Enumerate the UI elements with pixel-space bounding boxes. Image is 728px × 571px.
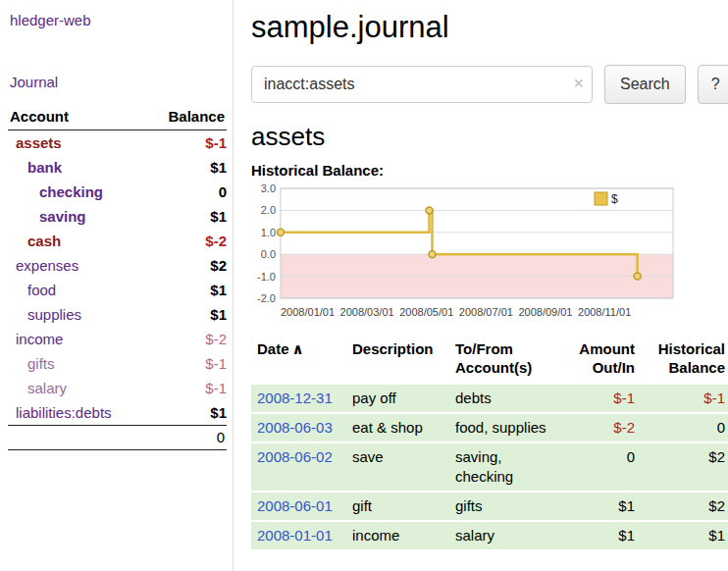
svg-text:2008/01/01: 2008/01/01 — [281, 306, 335, 318]
balance-cell: $-1 — [641, 385, 728, 412]
svg-text:-1.0: -1.0 — [257, 271, 276, 283]
table-row: 2008-01-01incomesalary$1$1 — [251, 522, 728, 549]
account-balance: $-2 — [146, 327, 227, 351]
account-link[interactable]: supplies — [8, 305, 81, 324]
accounts-cell: saving, checking — [449, 443, 564, 491]
account-balance: $2 — [146, 253, 227, 278]
account-row: expenses$2 — [8, 253, 227, 278]
account-link[interactable]: gifts — [8, 354, 55, 373]
date-link[interactable]: 2008-06-01 — [257, 497, 333, 514]
main-content: sample.journal × Search ? assets Histori… — [234, 0, 728, 571]
help-button[interactable]: ? — [698, 65, 728, 104]
account-balance: $1 — [146, 278, 227, 302]
description-cell: income — [346, 522, 449, 549]
svg-text:-2.0: -2.0 — [257, 292, 276, 304]
balance-cell: $2 — [641, 443, 728, 491]
sidebar-item-journal[interactable]: Journal — [10, 74, 227, 90]
app-title-link[interactable]: hledger-web — [10, 12, 227, 28]
account-balance: $-2 — [146, 229, 227, 253]
register-header-accounts: To/From Account(s) — [449, 337, 564, 383]
accounts-cell: food, supplies — [449, 414, 564, 441]
accounts-total-spacer — [8, 426, 146, 450]
svg-text:0.0: 0.0 — [261, 248, 276, 260]
accounts-table: Account Balance assets$-1bank$1checking0… — [8, 106, 227, 450]
account-balance: $1 — [146, 155, 227, 180]
accounts-total-row: 0 — [8, 426, 227, 450]
account-row: bank$1 — [8, 155, 227, 180]
svg-text:2008/03/01: 2008/03/01 — [340, 306, 394, 318]
account-row: liabilities:debts$1 — [8, 400, 227, 426]
amount-cell: $-2 — [564, 414, 641, 441]
svg-text:2008/09/01: 2008/09/01 — [518, 306, 572, 318]
sidebar: hledger-web Journal Account Balance asse… — [0, 0, 234, 571]
account-link[interactable]: bank — [8, 158, 62, 177]
accounts-cell: salary — [449, 522, 564, 549]
account-link[interactable]: cash — [8, 232, 61, 250]
account-row: saving$1 — [8, 204, 227, 229]
account-link[interactable]: salary — [8, 379, 67, 397]
account-row: supplies$1 — [8, 302, 227, 327]
account-link[interactable]: checking — [8, 182, 103, 201]
account-row: salary$-1 — [8, 376, 227, 400]
svg-text:1.0: 1.0 — [261, 227, 276, 238]
accounts-cell: debts — [449, 385, 564, 412]
accounts-header-balance: Balance — [146, 106, 227, 130]
table-row: 2008-06-03eat & shopfood, supplies$-20 — [251, 414, 728, 441]
description-cell: gift — [346, 493, 449, 520]
table-row: 2008-06-01giftgifts$1$2 — [251, 493, 728, 520]
search-bar: × Search ? — [251, 65, 728, 104]
clear-search-icon[interactable]: × — [573, 74, 584, 93]
account-link[interactable]: assets — [8, 133, 62, 152]
amount-cell: $1 — [564, 522, 641, 549]
account-balance: $-1 — [146, 376, 227, 400]
legend-swatch — [595, 192, 607, 205]
account-balance: 0 — [146, 180, 227, 204]
register-table: Date∧ Description To/From Account(s) Amo… — [251, 336, 728, 551]
description-cell: eat & shop — [346, 414, 449, 441]
account-link[interactable]: income — [8, 330, 63, 348]
legend-label: $ — [611, 192, 618, 206]
accounts-header-row: Account Balance — [8, 106, 227, 130]
balance-cell: 0 — [641, 414, 728, 441]
register-header-row: Date∧ Description To/From Account(s) Amo… — [251, 337, 728, 383]
date-header-label: Date — [257, 340, 289, 357]
table-row: 2008-06-02savesaving, checking0$2 — [251, 443, 728, 491]
account-heading: assets — [251, 122, 728, 152]
register-header-date[interactable]: Date∧ — [251, 337, 346, 383]
account-link[interactable]: food — [8, 281, 56, 299]
balance-cell: $2 — [641, 493, 728, 520]
date-link[interactable]: 2008-06-03 — [257, 419, 333, 436]
account-link[interactable]: expenses — [8, 256, 78, 275]
historical-balance-chart: 3.02.01.00.0-1.0-2.02008/01/012008/03/01… — [251, 184, 728, 328]
account-balance: $1 — [146, 400, 227, 426]
description-cell: pay off — [346, 385, 449, 412]
svg-text:2008/11/01: 2008/11/01 — [578, 306, 631, 318]
search-button[interactable]: Search — [604, 65, 686, 104]
description-cell: save — [346, 443, 449, 491]
hledger-web-app: hledger-web Journal Account Balance asse… — [0, 0, 728, 571]
date-link[interactable]: 2008-06-02 — [257, 448, 333, 465]
date-link[interactable]: 2008-12-31 — [257, 389, 333, 406]
account-row: checking0 — [8, 180, 227, 204]
register-header-description: Description — [346, 337, 449, 383]
svg-text:3.0: 3.0 — [261, 184, 276, 194]
search-input[interactable] — [251, 66, 593, 103]
account-balance: $-1 — [146, 351, 227, 376]
account-row: gifts$-1 — [8, 351, 227, 376]
account-balance: $1 — [146, 204, 227, 229]
date-link[interactable]: 2008-01-01 — [257, 527, 333, 544]
chart-title: Historical Balance: — [251, 162, 728, 179]
register-header-amount: Amount Out/In — [564, 337, 641, 383]
amount-cell: $1 — [564, 493, 641, 520]
account-row: assets$-1 — [8, 130, 227, 156]
account-link[interactable]: saving — [8, 207, 86, 226]
table-row: 2008-12-31pay offdebts$-1$-1 — [251, 385, 728, 412]
balance-cell: $1 — [641, 522, 728, 549]
sort-ascending-icon: ∧ — [292, 340, 304, 357]
amount-cell: $-1 — [564, 385, 641, 412]
account-link[interactable]: liabilities:debts — [8, 403, 112, 422]
account-balance: $1 — [146, 302, 227, 327]
accounts-cell: gifts — [449, 493, 564, 520]
svg-text:2.0: 2.0 — [261, 204, 276, 216]
chart-svg: 3.02.01.00.0-1.0-2.02008/01/012008/03/01… — [251, 184, 681, 324]
